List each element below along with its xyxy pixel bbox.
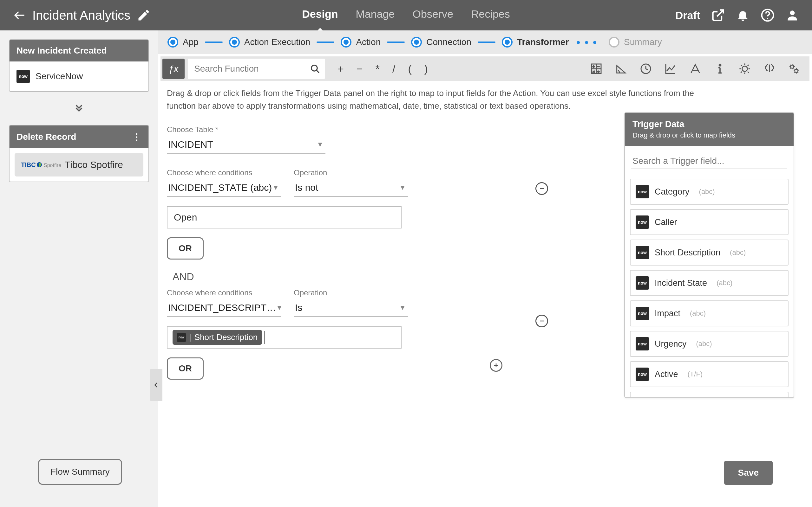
servicenow-icon: now <box>636 246 649 259</box>
servicenow-icon: now <box>636 185 649 199</box>
trigger-field-type: (abc) <box>730 248 746 257</box>
trigger-field-type: (T/F) <box>688 370 703 378</box>
step-action[interactable]: Action <box>341 37 380 48</box>
step-connection[interactable]: Connection <box>411 37 471 48</box>
op-mul[interactable]: * <box>375 63 380 75</box>
svg-line-27 <box>741 65 742 66</box>
remove-condition-icon[interactable] <box>536 315 548 327</box>
clock-icon[interactable] <box>640 62 652 75</box>
svg-point-2 <box>767 18 768 19</box>
op-plus[interactable]: + <box>338 63 344 75</box>
table-select[interactable]: INCIDENT ▼ <box>167 136 325 154</box>
angle-icon[interactable] <box>615 62 627 75</box>
or-button-2[interactable]: OR <box>167 357 204 380</box>
servicenow-icon: now <box>636 307 649 320</box>
fx-icon[interactable]: ƒx <box>162 59 185 79</box>
svg-line-28 <box>748 72 749 73</box>
servicenow-icon: now <box>636 276 649 290</box>
tab-manage[interactable]: Manage <box>356 8 395 23</box>
svg-text:×: × <box>593 69 595 73</box>
step-sep <box>387 42 405 43</box>
trigger-field-short-description[interactable]: nowShort Description(abc) <box>630 239 789 266</box>
trigger-card[interactable]: New Incident Created now ServiceNow <box>9 39 149 92</box>
cond1-value-input[interactable] <box>167 206 402 228</box>
help-icon[interactable] <box>761 8 774 22</box>
chart-icon[interactable] <box>664 62 677 75</box>
op-div[interactable]: / <box>392 63 395 75</box>
cursor-icon <box>264 331 264 344</box>
action-card[interactable]: Delete Record ⋮ TIBCSpotfire Tibco Spotf… <box>9 125 149 182</box>
trigger-card-title: New Incident Created <box>9 40 148 61</box>
op-paren-open[interactable]: ( <box>408 63 411 75</box>
trigger-field-impact[interactable]: nowImpact(abc) <box>630 300 789 326</box>
info-icon[interactable] <box>714 62 726 75</box>
brain-icon[interactable] <box>763 62 776 75</box>
svg-line-30 <box>748 65 749 66</box>
tab-design[interactable]: Design <box>302 8 338 23</box>
cond1-field-value: INCIDENT_STATE (abc) <box>168 182 272 193</box>
trigger-field-label: Impact <box>655 308 680 319</box>
action-card-title: Delete Record <box>16 132 76 142</box>
step-label: App <box>183 37 199 47</box>
lightbulb-icon[interactable] <box>739 62 751 75</box>
step-sep <box>478 42 496 43</box>
top-bar: Incident Analytics Design Manage Observe… <box>0 0 812 31</box>
svg-line-8 <box>316 70 319 73</box>
edit-icon[interactable] <box>137 8 151 22</box>
tab-observe[interactable]: Observe <box>412 8 453 23</box>
step-app[interactable]: App <box>167 37 199 48</box>
caret-down-icon: ▼ <box>272 183 279 192</box>
step-label: Action Execution <box>244 37 310 47</box>
step-transformer[interactable]: Transformer <box>502 37 569 48</box>
cond2-op-value: Is <box>295 302 302 313</box>
flow-summary-button[interactable]: Flow Summary <box>38 459 122 485</box>
servicenow-icon: now <box>636 337 649 350</box>
trigger-field-list: nowCategory(abc) nowCaller nowShort Desc… <box>625 172 794 397</box>
page-title: Incident Analytics <box>32 8 131 22</box>
trigger-search-input[interactable] <box>631 153 787 169</box>
trigger-field-caller[interactable]: nowCaller <box>630 209 789 235</box>
step-action-execution[interactable]: Action Execution <box>229 37 310 48</box>
operator-buttons: + − * / ( ) <box>338 63 428 75</box>
cond2-op-select[interactable]: Is ▼ <box>294 299 408 317</box>
op-paren-close[interactable]: ) <box>424 63 428 75</box>
step-label: Action <box>356 37 380 47</box>
tab-recipes[interactable]: Recipes <box>471 8 510 23</box>
step-summary[interactable]: Summary <box>609 37 662 48</box>
gears-icon[interactable] <box>788 62 801 75</box>
open-external-icon[interactable] <box>711 8 725 22</box>
back-arrow-icon[interactable] <box>13 8 27 22</box>
trigger-panel-subtitle: Drag & drop or click to map fields <box>632 131 786 139</box>
trigger-field-active[interactable]: nowActive(T/F) <box>630 361 789 387</box>
op-label: Operation <box>294 288 408 297</box>
op-minus[interactable]: − <box>357 63 363 75</box>
wizard-stepper: App Action Execution Action Connection T… <box>158 31 812 54</box>
trigger-field-label: Active <box>655 370 678 379</box>
svg-text:÷: ÷ <box>597 69 600 73</box>
function-search-input[interactable] <box>188 59 325 79</box>
text-icon[interactable] <box>689 62 702 75</box>
cond1-op-value: Is not <box>295 182 318 193</box>
cond2-field-select[interactable]: INCIDENT_DESCRIPT… ▼ <box>167 299 281 317</box>
save-button[interactable]: Save <box>724 461 773 485</box>
collapse-handle-icon[interactable] <box>150 369 162 401</box>
cond2-value-input[interactable]: now | Short Description <box>167 326 402 349</box>
svg-text:+: + <box>593 64 595 68</box>
add-condition-icon[interactable] <box>490 359 502 372</box>
mapped-field-chip[interactable]: now | Short Description <box>172 330 262 345</box>
cond1-op-select[interactable]: Is not ▼ <box>294 179 408 197</box>
more-vert-icon[interactable]: ⋮ <box>132 131 142 142</box>
trigger-field-urgency[interactable]: nowUrgency(abc) <box>630 331 789 357</box>
or-button-1[interactable]: OR <box>167 237 204 260</box>
step-label: Transformer <box>517 37 569 47</box>
trigger-field-category[interactable]: nowCategory(abc) <box>630 179 789 205</box>
search-icon[interactable] <box>310 63 320 74</box>
op-label: Operation <box>294 168 408 177</box>
calc-icon[interactable]: +−×÷ <box>590 62 603 75</box>
user-icon[interactable] <box>785 8 799 22</box>
bell-icon[interactable] <box>736 8 750 22</box>
remove-condition-icon[interactable] <box>536 182 548 195</box>
trigger-field-due-date[interactable]: nowDue Date <box>630 392 789 397</box>
trigger-field-incident-state[interactable]: nowIncident State(abc) <box>630 270 789 296</box>
cond1-field-select[interactable]: INCIDENT_STATE (abc) ▼ <box>167 179 281 197</box>
